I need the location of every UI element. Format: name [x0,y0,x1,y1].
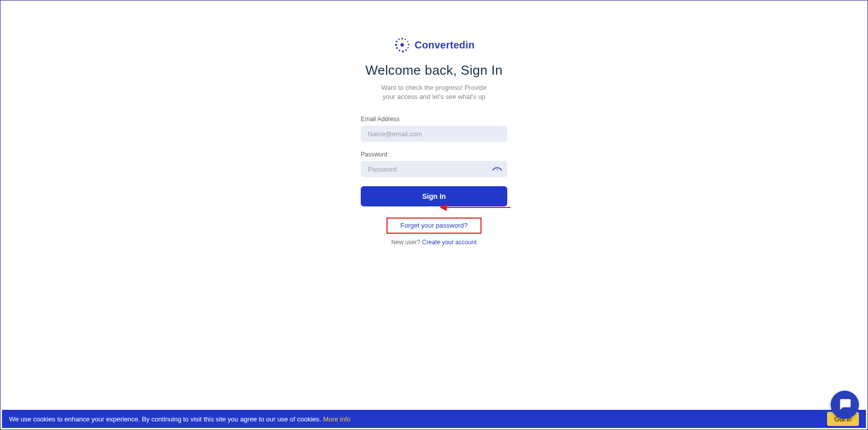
sign-in-button[interactable]: Sign In [361,186,507,206]
svg-point-4 [407,47,408,48]
cookie-text: We use cookies to enhance your experienc… [9,415,321,423]
svg-point-7 [398,49,400,51]
annotation-highlight: Forget your password? [387,218,482,234]
svg-point-11 [398,39,400,40]
svg-point-10 [396,40,398,42]
create-account-link[interactable]: Create your account [422,239,476,246]
brand-mark-icon [394,36,411,53]
chat-icon [838,397,852,413]
brand-logo: Convertedin [394,36,475,53]
svg-point-1 [404,39,406,40]
svg-point-9 [395,44,397,46]
email-field[interactable] [361,126,507,142]
cookie-more-info-link[interactable]: More info [323,415,351,423]
password-field[interactable] [361,161,507,177]
password-field-wrap [361,161,507,177]
svg-point-8 [396,47,398,49]
brand-name: Convertedin [415,39,475,51]
new-user-prompt: New user? [392,239,422,246]
svg-point-0 [401,38,403,39]
toggle-password-visibility-button[interactable] [492,164,502,174]
forgot-password-link[interactable]: Forget your password? [401,222,468,229]
page-subtitle: Want to check the progress! Provide your… [376,83,492,101]
login-panel: Convertedin Welcome back, Sign In Want t… [361,36,507,246]
svg-point-3 [408,44,409,45]
cookie-banner: We use cookies to enhance your experienc… [2,410,866,428]
chat-widget-button[interactable] [831,391,859,419]
eye-icon [492,165,502,174]
new-user-row: New user? Create your account [392,239,477,246]
password-label: Password [361,151,388,158]
svg-point-2 [407,41,408,42]
svg-point-6 [402,50,404,52]
svg-point-5 [405,49,406,51]
page-title: Welcome back, Sign In [365,63,503,78]
email-label: Email Address [361,116,400,123]
svg-point-13 [497,169,498,170]
svg-point-12 [400,43,404,47]
